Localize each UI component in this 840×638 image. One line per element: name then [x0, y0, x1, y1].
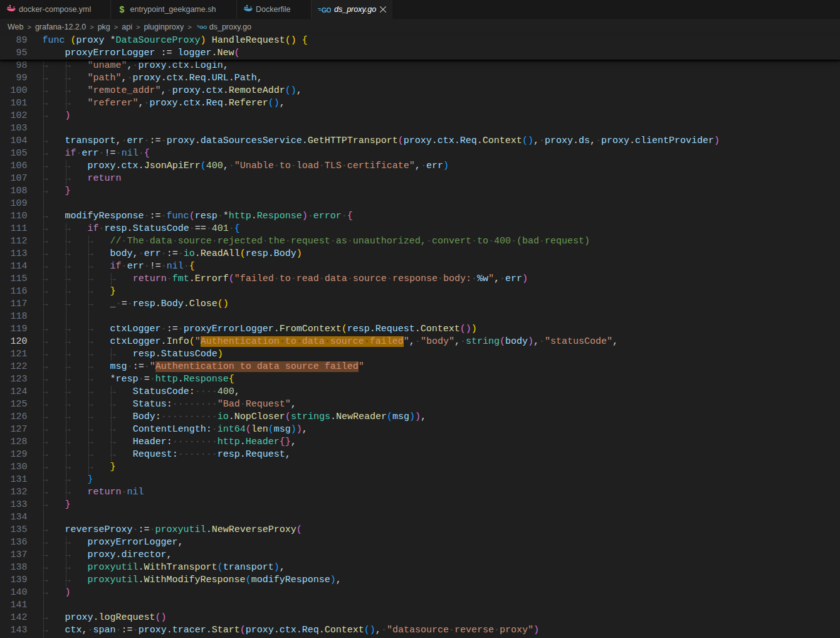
- svg-text:GO: GO: [322, 6, 331, 13]
- svg-text:GO: GO: [199, 24, 207, 30]
